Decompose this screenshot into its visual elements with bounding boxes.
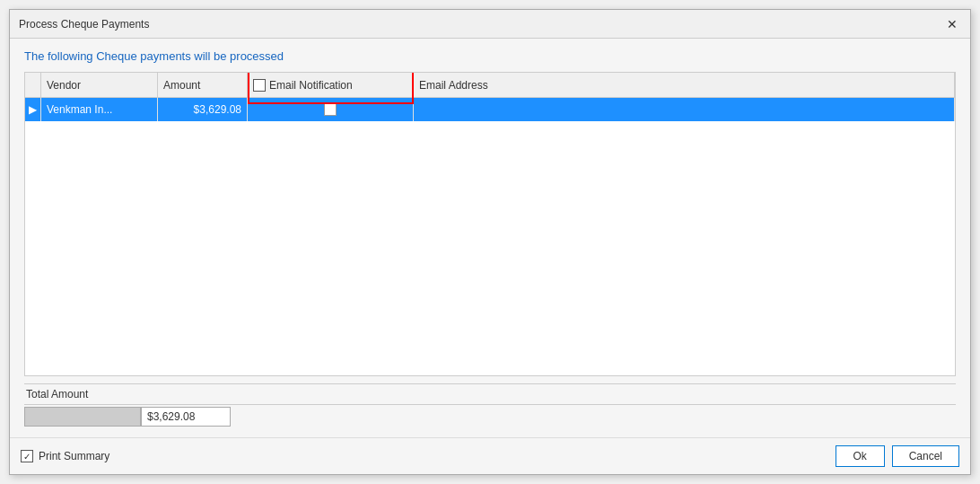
total-amount-row: $3,629.08 [24, 407, 956, 427]
close-button[interactable]: ✕ [943, 15, 961, 33]
dialog-body: The following Cheque payments will be pr… [10, 39, 970, 437]
total-amount-value: $3,629.08 [141, 407, 231, 427]
email-notification-checkbox[interactable] [324, 103, 337, 116]
col-header-vendor: Vendor [41, 73, 158, 97]
table-header: Vendor Amount Email Notification Email A… [25, 73, 955, 98]
title-bar: Process Cheque Payments ✕ [10, 10, 970, 39]
col-header-amount: Amount [158, 73, 248, 97]
ok-button[interactable]: Ok [836, 445, 885, 467]
row-amount: $3,629.08 [158, 98, 248, 121]
bottom-bar: ✓ Print Summary Ok Cancel [10, 437, 970, 474]
table-body: ▶ Venkman In... $3,629.08 [25, 98, 955, 375]
dialog-window: Process Cheque Payments ✕ The following … [9, 9, 971, 475]
col-header-email-notif-label: Email Notification [269, 79, 353, 92]
row-email-address[interactable] [414, 98, 955, 121]
button-group: Ok Cancel [836, 445, 959, 467]
col-header-email-notification: Email Notification [248, 73, 414, 97]
subtitle-text: The following Cheque payments will be pr… [24, 49, 956, 63]
row-email-notification[interactable] [248, 98, 414, 121]
total-label: Total Amount [24, 383, 956, 405]
table-row[interactable]: ▶ Venkman In... $3,629.08 [25, 98, 955, 121]
col-header-email-address: Email Address [414, 73, 955, 97]
print-summary-checkbox[interactable]: ✓ [21, 450, 33, 462]
cancel-button[interactable]: Cancel [892, 445, 959, 467]
col-header-arrow [25, 73, 41, 97]
total-amount-label-box [24, 407, 141, 427]
row-arrow: ▶ [25, 98, 41, 121]
print-summary-label: Print Summary [39, 450, 109, 462]
payments-table: Vendor Amount Email Notification Email A… [24, 72, 956, 376]
footer-area: Total Amount $3,629.08 [24, 383, 956, 427]
print-summary-area: ✓ Print Summary [21, 450, 109, 462]
row-vendor: Venkman In... [41, 98, 158, 121]
email-notification-header-checkbox[interactable] [253, 79, 266, 92]
dialog-title: Process Cheque Payments [19, 18, 149, 31]
